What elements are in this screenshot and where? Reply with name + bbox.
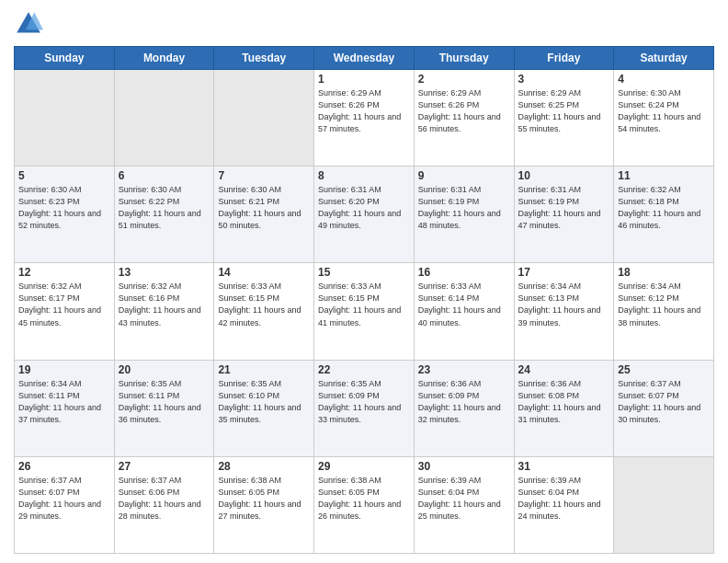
day-info: Sunrise: 6:36 AM Sunset: 6:09 PM Dayligh… <box>418 378 510 426</box>
day-number: 22 <box>318 363 410 376</box>
logo <box>14 9 49 39</box>
calendar-cell: 27Sunrise: 6:37 AM Sunset: 6:06 PM Dayli… <box>114 456 214 553</box>
day-number: 4 <box>618 73 710 86</box>
week-row-2: 5Sunrise: 6:30 AM Sunset: 6:23 PM Daylig… <box>15 167 714 263</box>
day-number: 18 <box>618 266 710 279</box>
day-info: Sunrise: 6:34 AM Sunset: 6:11 PM Dayligh… <box>18 378 110 426</box>
day-info: Sunrise: 6:33 AM Sunset: 6:15 PM Dayligh… <box>218 281 310 328</box>
day-info: Sunrise: 6:30 AM Sunset: 6:23 PM Dayligh… <box>18 184 110 232</box>
calendar-cell: 11Sunrise: 6:32 AM Sunset: 6:18 PM Dayli… <box>614 167 714 263</box>
day-number: 13 <box>119 266 210 279</box>
week-row-1: 1Sunrise: 6:29 AM Sunset: 6:26 PM Daylig… <box>15 70 714 167</box>
day-info: Sunrise: 6:30 AM Sunset: 6:24 PM Dayligh… <box>618 87 710 135</box>
calendar-table: SundayMondayTuesdayWednesdayThursdayFrid… <box>14 46 714 554</box>
header-row: SundayMondayTuesdayWednesdayThursdayFrid… <box>15 47 714 70</box>
day-number: 9 <box>418 169 510 182</box>
day-info: Sunrise: 6:37 AM Sunset: 6:06 PM Dayligh… <box>119 475 210 523</box>
calendar-cell: 9Sunrise: 6:31 AM Sunset: 6:19 PM Daylig… <box>414 167 514 263</box>
day-number: 8 <box>318 169 410 182</box>
day-number: 15 <box>318 266 410 279</box>
calendar-cell: 19Sunrise: 6:34 AM Sunset: 6:11 PM Dayli… <box>15 360 115 456</box>
calendar-cell: 7Sunrise: 6:30 AM Sunset: 6:21 PM Daylig… <box>214 167 314 263</box>
calendar-cell: 2Sunrise: 6:29 AM Sunset: 6:26 PM Daylig… <box>414 70 514 167</box>
day-number: 2 <box>418 73 510 86</box>
day-info: Sunrise: 6:29 AM Sunset: 6:25 PM Dayligh… <box>518 87 610 135</box>
calendar-cell: 15Sunrise: 6:33 AM Sunset: 6:15 PM Dayli… <box>314 263 415 360</box>
day-number: 20 <box>119 363 210 376</box>
calendar-cell: 23Sunrise: 6:36 AM Sunset: 6:09 PM Dayli… <box>414 360 514 456</box>
day-info: Sunrise: 6:35 AM Sunset: 6:10 PM Dayligh… <box>218 378 310 426</box>
calendar-cell: 5Sunrise: 6:30 AM Sunset: 6:23 PM Daylig… <box>15 167 115 263</box>
calendar-cell: 13Sunrise: 6:32 AM Sunset: 6:16 PM Dayli… <box>114 263 214 360</box>
day-number: 30 <box>418 460 510 473</box>
week-row-5: 26Sunrise: 6:37 AM Sunset: 6:07 PM Dayli… <box>15 456 714 553</box>
day-number: 24 <box>518 363 610 376</box>
day-info: Sunrise: 6:37 AM Sunset: 6:07 PM Dayligh… <box>18 475 110 523</box>
day-info: Sunrise: 6:35 AM Sunset: 6:09 PM Dayligh… <box>318 378 410 426</box>
week-row-4: 19Sunrise: 6:34 AM Sunset: 6:11 PM Dayli… <box>15 360 714 456</box>
day-number: 23 <box>418 363 510 376</box>
calendar-cell <box>15 70 115 167</box>
calendar-cell: 28Sunrise: 6:38 AM Sunset: 6:05 PM Dayli… <box>214 456 314 553</box>
calendar-cell: 12Sunrise: 6:32 AM Sunset: 6:17 PM Dayli… <box>15 263 115 360</box>
day-number: 31 <box>518 460 610 473</box>
calendar-body: 1Sunrise: 6:29 AM Sunset: 6:26 PM Daylig… <box>15 70 714 554</box>
day-number: 3 <box>518 73 610 86</box>
calendar-cell <box>614 456 714 553</box>
day-number: 11 <box>618 169 710 182</box>
day-header-tuesday: Tuesday <box>214 47 314 70</box>
day-number: 25 <box>618 363 710 376</box>
day-info: Sunrise: 6:31 AM Sunset: 6:19 PM Dayligh… <box>518 184 610 232</box>
calendar-cell: 18Sunrise: 6:34 AM Sunset: 6:12 PM Dayli… <box>614 263 714 360</box>
week-row-3: 12Sunrise: 6:32 AM Sunset: 6:17 PM Dayli… <box>15 263 714 360</box>
calendar-cell: 17Sunrise: 6:34 AM Sunset: 6:13 PM Dayli… <box>514 263 614 360</box>
calendar-cell: 16Sunrise: 6:33 AM Sunset: 6:14 PM Dayli… <box>414 263 514 360</box>
calendar-cell: 10Sunrise: 6:31 AM Sunset: 6:19 PM Dayli… <box>514 167 614 263</box>
day-number: 17 <box>518 266 610 279</box>
day-header-wednesday: Wednesday <box>314 47 415 70</box>
logo-icon <box>14 9 43 39</box>
calendar-cell: 25Sunrise: 6:37 AM Sunset: 6:07 PM Dayli… <box>614 360 714 456</box>
day-number: 29 <box>318 460 410 473</box>
day-number: 12 <box>18 266 110 279</box>
day-info: Sunrise: 6:39 AM Sunset: 6:04 PM Dayligh… <box>518 475 610 523</box>
day-info: Sunrise: 6:32 AM Sunset: 6:17 PM Dayligh… <box>18 281 110 328</box>
day-number: 14 <box>218 266 310 279</box>
day-info: Sunrise: 6:38 AM Sunset: 6:05 PM Dayligh… <box>218 475 310 523</box>
calendar-cell: 1Sunrise: 6:29 AM Sunset: 6:26 PM Daylig… <box>314 70 415 167</box>
calendar-cell: 26Sunrise: 6:37 AM Sunset: 6:07 PM Dayli… <box>15 456 115 553</box>
day-header-sunday: Sunday <box>15 47 115 70</box>
header <box>14 9 714 39</box>
day-info: Sunrise: 6:34 AM Sunset: 6:13 PM Dayligh… <box>518 281 610 328</box>
day-number: 28 <box>218 460 310 473</box>
calendar-cell: 4Sunrise: 6:30 AM Sunset: 6:24 PM Daylig… <box>614 70 714 167</box>
day-header-saturday: Saturday <box>614 47 714 70</box>
day-number: 1 <box>318 73 410 86</box>
day-info: Sunrise: 6:33 AM Sunset: 6:15 PM Dayligh… <box>318 281 410 328</box>
day-header-monday: Monday <box>114 47 214 70</box>
day-number: 19 <box>18 363 110 376</box>
day-info: Sunrise: 6:29 AM Sunset: 6:26 PM Dayligh… <box>318 87 410 135</box>
calendar-cell: 29Sunrise: 6:38 AM Sunset: 6:05 PM Dayli… <box>314 456 415 553</box>
day-info: Sunrise: 6:30 AM Sunset: 6:21 PM Dayligh… <box>218 184 310 232</box>
day-number: 5 <box>18 169 110 182</box>
day-info: Sunrise: 6:32 AM Sunset: 6:16 PM Dayligh… <box>119 281 210 328</box>
calendar-cell: 8Sunrise: 6:31 AM Sunset: 6:20 PM Daylig… <box>314 167 415 263</box>
day-info: Sunrise: 6:33 AM Sunset: 6:14 PM Dayligh… <box>418 281 510 328</box>
day-header-thursday: Thursday <box>414 47 514 70</box>
day-info: Sunrise: 6:30 AM Sunset: 6:22 PM Dayligh… <box>119 184 210 232</box>
day-info: Sunrise: 6:37 AM Sunset: 6:07 PM Dayligh… <box>618 378 710 426</box>
day-number: 16 <box>418 266 510 279</box>
calendar-cell: 24Sunrise: 6:36 AM Sunset: 6:08 PM Dayli… <box>514 360 614 456</box>
day-number: 10 <box>518 169 610 182</box>
calendar-cell: 14Sunrise: 6:33 AM Sunset: 6:15 PM Dayli… <box>214 263 314 360</box>
day-info: Sunrise: 6:32 AM Sunset: 6:18 PM Dayligh… <box>618 184 710 232</box>
day-info: Sunrise: 6:31 AM Sunset: 6:19 PM Dayligh… <box>418 184 510 232</box>
day-info: Sunrise: 6:34 AM Sunset: 6:12 PM Dayligh… <box>618 281 710 328</box>
day-info: Sunrise: 6:38 AM Sunset: 6:05 PM Dayligh… <box>318 475 410 523</box>
calendar-cell: 20Sunrise: 6:35 AM Sunset: 6:11 PM Dayli… <box>114 360 214 456</box>
calendar-header: SundayMondayTuesdayWednesdayThursdayFrid… <box>15 47 714 70</box>
day-info: Sunrise: 6:35 AM Sunset: 6:11 PM Dayligh… <box>119 378 210 426</box>
day-info: Sunrise: 6:31 AM Sunset: 6:20 PM Dayligh… <box>318 184 410 232</box>
day-number: 7 <box>218 169 310 182</box>
